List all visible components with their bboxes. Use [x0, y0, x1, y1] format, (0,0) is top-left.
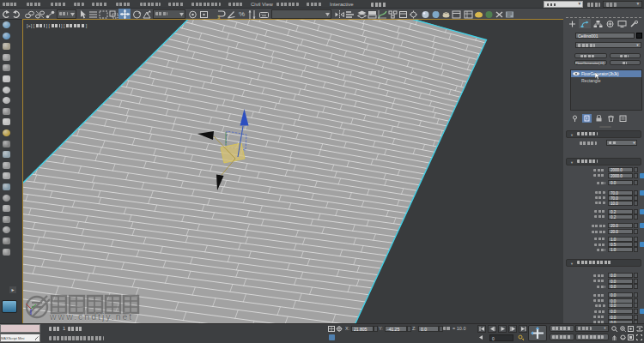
- svg-text:www.cndtjy.net: www.cndtjy.net: [49, 311, 133, 322]
